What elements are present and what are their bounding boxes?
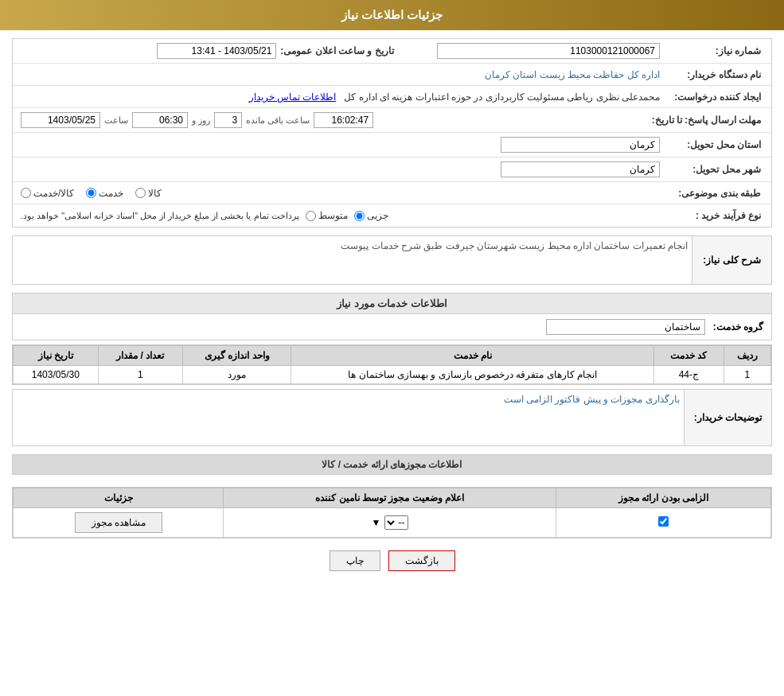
requester-label: ایجاد کننده درخواست: (664, 91, 767, 103)
province-label: استان محل تحویل: (664, 139, 767, 150)
process-label-1: جزیی (367, 210, 388, 221)
service-table-container: ردیف کد خدمت نام خدمت واحد اندازه گیری ت… (12, 344, 772, 385)
category-value: کالا/خدمت خدمت کالا (17, 186, 664, 200)
buyer-org-label: نام دستگاه خریدار: (664, 69, 767, 80)
reply-deadline-value: ساعت روز و ساعت باقی مانده (17, 111, 652, 130)
permits-col-status: اعلام وضعیت مجوز توسط نامین کننده (224, 488, 556, 508)
service-group-row: گروه خدمت: (12, 314, 772, 340)
process-type-value: پرداخت تمام یا بخشی از مبلغ خریدار از مح… (17, 208, 664, 223)
description-section: شرح کلی نیاز: انجام تعمیرات ساختمان ادار… (12, 235, 772, 285)
cell-name: انجام کارهای متفرقه درخصوص بازسازی و بهس… (291, 366, 654, 384)
category-option-2[interactable]: خدمت (86, 188, 123, 199)
category-option-1[interactable]: کالا/خدمت (21, 188, 74, 199)
remaining-time-input[interactable] (314, 112, 373, 128)
page-header: جزئیات اطلاعات نیاز (0, 0, 784, 30)
service-group-input[interactable] (546, 319, 705, 335)
view-permit-button[interactable]: مشاهده مجوز (75, 512, 162, 533)
back-button[interactable]: بازگشت (388, 550, 455, 571)
category-option-3[interactable]: کالا (135, 188, 162, 199)
buttons-row: بازگشت چاپ (12, 550, 772, 571)
page-title: جزئیات اطلاعات نیاز (341, 8, 443, 21)
announce-input[interactable] (157, 43, 276, 59)
permits-status-select[interactable]: -- (384, 515, 408, 530)
buyer-notes-label: توضیحات خریدار: (684, 390, 771, 445)
process-label-2: متوسط (318, 210, 348, 221)
process-type-row: نوع فرآیند خرید : پرداخت تمام یا بخشی از… (13, 204, 771, 227)
reply-deadline-row: مهلت ارسال پاسخ: تا تاریخ: ساعت روز و سا… (13, 108, 771, 133)
buyer-org-text: اداره کل حفاظت محیط زیست استان کرمان (485, 69, 660, 80)
remaining-time-label: ساعت باقی مانده (246, 115, 310, 126)
buyer-notes-label-text: توضیحات خریدار: (694, 412, 762, 423)
permits-required-checkbox[interactable] (658, 516, 669, 527)
remaining-days-input[interactable] (214, 112, 242, 128)
description-text: انجام تعمیرات ساختمان اداره محیط زیست شه… (341, 240, 688, 251)
page-wrapper: جزئیات اطلاعات نیاز شماره نیاز: تاریخ و … (0, 0, 784, 696)
col-header-name: نام خدمت (291, 346, 654, 366)
service-title-text: اطلاعات خدمات مورد نیاز (337, 297, 447, 309)
reply-time-label: ساعت (104, 115, 128, 126)
print-button[interactable]: چاپ (330, 550, 380, 571)
city-value (17, 160, 664, 179)
cell-code: ج-44 (654, 366, 724, 384)
description-label-text: شرح کلی نیاز: (703, 255, 761, 266)
info-section: شماره نیاز: تاریخ و ساعت اعلان عمومی: نا… (12, 38, 772, 227)
service-section-title: اطلاعات خدمات مورد نیاز (12, 293, 772, 314)
need-number-value (400, 41, 664, 60)
category-label-2: خدمت (99, 188, 123, 199)
announce-value (17, 41, 280, 60)
province-input[interactable] (501, 137, 660, 153)
reply-time-input[interactable] (132, 112, 188, 128)
buyer-org-row: نام دستگاه خریدار: اداره کل حفاظت محیط ز… (13, 64, 771, 86)
city-input[interactable] (501, 161, 660, 177)
permits-table: الزامی بودن ارائه مجوز اعلام وضعیت مجوز … (13, 488, 771, 538)
col-header-row: ردیف (724, 346, 770, 366)
permits-status-cell: -- ▼ (224, 508, 556, 538)
requester-row: ایجاد کننده درخواست: محمدعلی نظری ریاطی … (13, 86, 771, 108)
process-note: پرداخت تمام یا بخشی از مبلغ خریدار از مح… (21, 211, 299, 221)
cell-row-num: 1 (724, 366, 770, 384)
col-header-code: کد خدمت (654, 346, 724, 366)
announce-label: تاریخ و ساعت اعلان عمومی: (280, 45, 400, 56)
remaining-days-label: روز و (192, 115, 210, 126)
description-label: شرح کلی نیاز: (692, 236, 771, 284)
permits-required-cell (556, 508, 771, 538)
requester-text: محمدعلی نظری ریاطی مسئولیت کاربردازی در … (344, 91, 660, 103)
col-header-unit: واحد اندازه گیری (183, 346, 291, 366)
category-label-1: کالا/خدمت (33, 188, 74, 199)
province-row: استان محل تحویل: (13, 133, 771, 157)
permits-divider: اطلاعات مجوزهای ارائه خدمت / کالا (12, 454, 772, 475)
permits-table-container: الزامی بودن ارائه مجوز اعلام وضعیت مجوز … (12, 487, 772, 539)
cell-unit: مورد (183, 366, 291, 384)
cell-qty: 1 (98, 366, 182, 384)
process-option-1[interactable]: جزیی (354, 210, 388, 221)
category-row: طبقه بندی موضوعی: کالا/خدمت خدمت کالا (13, 182, 771, 204)
buyer-org-value: اداره کل حفاظت محیط زیست استان کرمان (17, 68, 664, 82)
buyer-notes-section: توضیحات خریدار: بارگذاری مجوزات و پیش فا… (12, 389, 772, 446)
process-type-label: نوع فرآیند خرید : (664, 210, 767, 221)
city-row: شهر محل تحویل: (13, 157, 771, 182)
need-number-label: شماره نیاز: (664, 45, 767, 56)
requester-contact-link[interactable]: اطلاعات تماس خریدار (249, 91, 337, 103)
need-number-row: شماره نیاز: تاریخ و ساعت اعلان عمومی: (13, 39, 771, 64)
main-content: شماره نیاز: تاریخ و ساعت اعلان عمومی: نا… (0, 30, 784, 579)
service-table: ردیف کد خدمت نام خدمت واحد اندازه گیری ت… (13, 345, 771, 384)
category-label: طبقه بندی موضوعی: (664, 188, 767, 199)
permits-title-text: اطلاعات مجوزهای ارائه خدمت / کالا (322, 459, 462, 470)
category-label-3: کالا (148, 188, 162, 199)
process-option-2[interactable]: متوسط (306, 210, 348, 221)
description-value: انجام تعمیرات ساختمان اداره محیط زیست شه… (13, 236, 692, 284)
service-group-label: گروه خدمت: (713, 321, 763, 332)
permits-row: -- ▼ مشاهده مجوز (14, 508, 771, 538)
reply-date-input[interactable] (21, 112, 100, 128)
dropdown-icon: ▼ (371, 517, 380, 528)
city-label: شهر محل تحویل: (664, 164, 767, 175)
col-header-date: تاریخ نیاز (14, 346, 99, 366)
cell-date: 1403/05/30 (14, 366, 99, 384)
reply-deadline-label: مهلت ارسال پاسخ: تا تاریخ: (652, 115, 767, 126)
permits-col-details: جزئیات (14, 488, 224, 508)
need-number-input[interactable] (437, 43, 660, 59)
table-row: 1 ج-44 انجام کارهای متفرقه درخصوص بازساز… (14, 366, 771, 384)
permits-details-cell: مشاهده مجوز (14, 508, 224, 538)
permits-col-required: الزامی بودن ارائه مجوز (556, 488, 771, 508)
province-value (17, 135, 664, 154)
